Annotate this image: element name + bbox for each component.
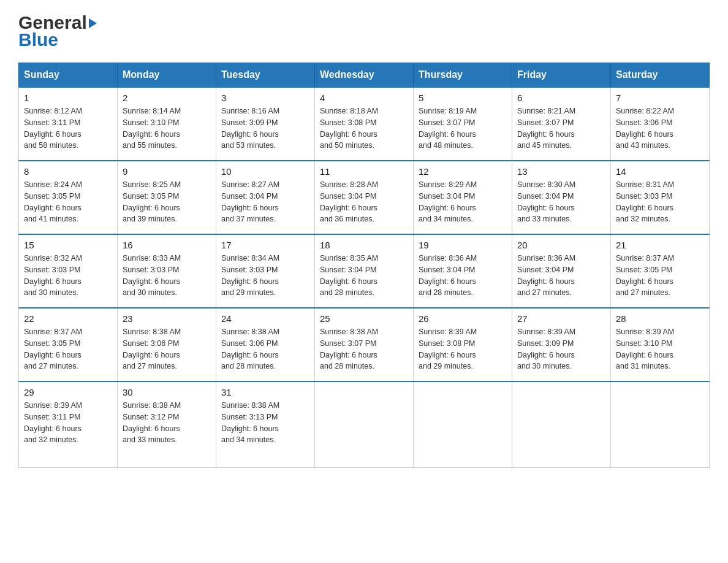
weekday-header-tuesday: Tuesday <box>216 63 315 88</box>
day-number: 24 <box>221 313 309 324</box>
calendar-cell: 18 Sunrise: 8:35 AM Sunset: 3:04 PM Dayl… <box>315 234 414 308</box>
calendar-cell: 9 Sunrise: 8:25 AM Sunset: 3:05 PM Dayli… <box>118 161 216 234</box>
day-info: Sunrise: 8:25 AM Sunset: 3:05 PM Dayligh… <box>123 179 211 225</box>
calendar-cell: 5 Sunrise: 8:19 AM Sunset: 3:07 PM Dayli… <box>414 87 512 161</box>
day-info: Sunrise: 8:30 AM Sunset: 3:04 PM Dayligh… <box>517 179 605 225</box>
calendar-cell: 28 Sunrise: 8:39 AM Sunset: 3:10 PM Dayl… <box>611 308 710 381</box>
calendar-cell: 11 Sunrise: 8:28 AM Sunset: 3:04 PM Dayl… <box>315 161 414 234</box>
calendar-cell: 20 Sunrise: 8:36 AM Sunset: 3:04 PM Dayl… <box>512 234 611 308</box>
page-header: General Blue <box>18 12 710 50</box>
calendar-cell <box>414 381 512 467</box>
day-info: Sunrise: 8:39 AM Sunset: 3:10 PM Dayligh… <box>616 326 704 372</box>
day-info: Sunrise: 8:36 AM Sunset: 3:04 PM Dayligh… <box>419 253 507 299</box>
calendar-week-row: 8 Sunrise: 8:24 AM Sunset: 3:05 PM Dayli… <box>19 161 710 234</box>
day-info: Sunrise: 8:16 AM Sunset: 3:09 PM Dayligh… <box>221 105 309 151</box>
calendar-cell: 24 Sunrise: 8:38 AM Sunset: 3:06 PM Dayl… <box>216 308 315 381</box>
day-info: Sunrise: 8:38 AM Sunset: 3:06 PM Dayligh… <box>221 326 309 372</box>
day-info: Sunrise: 8:12 AM Sunset: 3:11 PM Dayligh… <box>24 105 112 151</box>
day-number: 28 <box>616 313 704 324</box>
day-number: 27 <box>517 313 605 324</box>
day-number: 22 <box>24 313 112 324</box>
calendar-cell: 29 Sunrise: 8:39 AM Sunset: 3:11 PM Dayl… <box>19 381 118 467</box>
calendar-cell: 2 Sunrise: 8:14 AM Sunset: 3:10 PM Dayli… <box>118 87 216 161</box>
day-number: 30 <box>123 387 211 397</box>
day-info: Sunrise: 8:14 AM Sunset: 3:10 PM Dayligh… <box>123 105 211 151</box>
day-number: 25 <box>320 313 408 324</box>
day-number: 11 <box>320 166 408 177</box>
calendar-cell: 12 Sunrise: 8:29 AM Sunset: 3:04 PM Dayl… <box>414 161 512 234</box>
day-info: Sunrise: 8:28 AM Sunset: 3:04 PM Dayligh… <box>320 179 408 225</box>
calendar-cell: 17 Sunrise: 8:34 AM Sunset: 3:03 PM Dayl… <box>216 234 315 308</box>
day-number: 10 <box>221 166 309 177</box>
logo: General Blue <box>18 12 97 50</box>
day-info: Sunrise: 8:39 AM Sunset: 3:08 PM Dayligh… <box>419 326 507 372</box>
day-info: Sunrise: 8:22 AM Sunset: 3:06 PM Dayligh… <box>616 105 704 151</box>
day-number: 18 <box>320 240 408 250</box>
day-number: 20 <box>517 240 605 250</box>
weekday-header-monday: Monday <box>118 63 216 88</box>
calendar-cell: 15 Sunrise: 8:32 AM Sunset: 3:03 PM Dayl… <box>19 234 118 308</box>
day-number: 9 <box>123 166 211 177</box>
calendar-cell: 3 Sunrise: 8:16 AM Sunset: 3:09 PM Dayli… <box>216 87 315 161</box>
day-info: Sunrise: 8:24 AM Sunset: 3:05 PM Dayligh… <box>24 179 112 225</box>
calendar-cell: 30 Sunrise: 8:38 AM Sunset: 3:12 PM Dayl… <box>118 381 216 467</box>
day-number: 1 <box>24 93 112 103</box>
day-number: 14 <box>616 166 704 177</box>
calendar-week-row: 22 Sunrise: 8:37 AM Sunset: 3:05 PM Dayl… <box>19 308 710 381</box>
day-number: 21 <box>616 240 704 250</box>
calendar-cell: 13 Sunrise: 8:30 AM Sunset: 3:04 PM Dayl… <box>512 161 611 234</box>
day-number: 8 <box>24 166 112 177</box>
weekday-header-row: SundayMondayTuesdayWednesdayThursdayFrid… <box>19 63 710 88</box>
day-number: 31 <box>221 387 309 397</box>
day-info: Sunrise: 8:19 AM Sunset: 3:07 PM Dayligh… <box>419 105 507 151</box>
calendar-cell <box>512 381 611 467</box>
day-info: Sunrise: 8:18 AM Sunset: 3:08 PM Dayligh… <box>320 105 408 151</box>
day-number: 23 <box>123 313 211 324</box>
calendar-cell: 23 Sunrise: 8:38 AM Sunset: 3:06 PM Dayl… <box>118 308 216 381</box>
calendar-table: SundayMondayTuesdayWednesdayThursdayFrid… <box>18 63 710 468</box>
calendar-cell: 27 Sunrise: 8:39 AM Sunset: 3:09 PM Dayl… <box>512 308 611 381</box>
calendar-cell: 31 Sunrise: 8:38 AM Sunset: 3:13 PM Dayl… <box>216 381 315 467</box>
day-number: 16 <box>123 240 211 250</box>
weekday-header-wednesday: Wednesday <box>315 63 414 88</box>
calendar-week-row: 15 Sunrise: 8:32 AM Sunset: 3:03 PM Dayl… <box>19 234 710 308</box>
day-number: 15 <box>24 240 112 250</box>
day-info: Sunrise: 8:36 AM Sunset: 3:04 PM Dayligh… <box>517 253 605 299</box>
day-number: 26 <box>419 313 507 324</box>
day-number: 7 <box>616 93 704 103</box>
day-info: Sunrise: 8:38 AM Sunset: 3:06 PM Dayligh… <box>123 326 211 372</box>
day-info: Sunrise: 8:39 AM Sunset: 3:09 PM Dayligh… <box>517 326 605 372</box>
calendar-cell: 10 Sunrise: 8:27 AM Sunset: 3:04 PM Dayl… <box>216 161 315 234</box>
calendar-cell: 4 Sunrise: 8:18 AM Sunset: 3:08 PM Dayli… <box>315 87 414 161</box>
logo-arrow-icon <box>89 18 97 28</box>
day-info: Sunrise: 8:27 AM Sunset: 3:04 PM Dayligh… <box>221 179 309 225</box>
day-info: Sunrise: 8:32 AM Sunset: 3:03 PM Dayligh… <box>24 253 112 299</box>
calendar-cell: 7 Sunrise: 8:22 AM Sunset: 3:06 PM Dayli… <box>611 87 710 161</box>
weekday-header-sunday: Sunday <box>19 63 118 88</box>
day-number: 13 <box>517 166 605 177</box>
day-number: 2 <box>123 93 211 103</box>
calendar-week-row: 1 Sunrise: 8:12 AM Sunset: 3:11 PM Dayli… <box>19 87 710 161</box>
day-info: Sunrise: 8:29 AM Sunset: 3:04 PM Dayligh… <box>419 179 507 225</box>
day-number: 12 <box>419 166 507 177</box>
day-number: 4 <box>320 93 408 103</box>
day-info: Sunrise: 8:35 AM Sunset: 3:04 PM Dayligh… <box>320 253 408 299</box>
day-number: 3 <box>221 93 309 103</box>
calendar-cell: 16 Sunrise: 8:33 AM Sunset: 3:03 PM Dayl… <box>118 234 216 308</box>
logo-blue-text: Blue <box>18 29 58 50</box>
day-info: Sunrise: 8:33 AM Sunset: 3:03 PM Dayligh… <box>123 253 211 299</box>
day-number: 17 <box>221 240 309 250</box>
day-number: 19 <box>419 240 507 250</box>
calendar-cell: 26 Sunrise: 8:39 AM Sunset: 3:08 PM Dayl… <box>414 308 512 381</box>
day-info: Sunrise: 8:38 AM Sunset: 3:13 PM Dayligh… <box>221 400 309 446</box>
calendar-cell: 25 Sunrise: 8:38 AM Sunset: 3:07 PM Dayl… <box>315 308 414 381</box>
day-info: Sunrise: 8:34 AM Sunset: 3:03 PM Dayligh… <box>221 253 309 299</box>
calendar-cell: 22 Sunrise: 8:37 AM Sunset: 3:05 PM Dayl… <box>19 308 118 381</box>
weekday-header-thursday: Thursday <box>414 63 512 88</box>
calendar-week-row: 29 Sunrise: 8:39 AM Sunset: 3:11 PM Dayl… <box>19 381 710 467</box>
day-info: Sunrise: 8:38 AM Sunset: 3:12 PM Dayligh… <box>123 400 211 446</box>
calendar-cell: 21 Sunrise: 8:37 AM Sunset: 3:05 PM Dayl… <box>611 234 710 308</box>
day-info: Sunrise: 8:37 AM Sunset: 3:05 PM Dayligh… <box>24 326 112 372</box>
calendar-cell <box>315 381 414 467</box>
day-info: Sunrise: 8:39 AM Sunset: 3:11 PM Dayligh… <box>24 400 112 446</box>
